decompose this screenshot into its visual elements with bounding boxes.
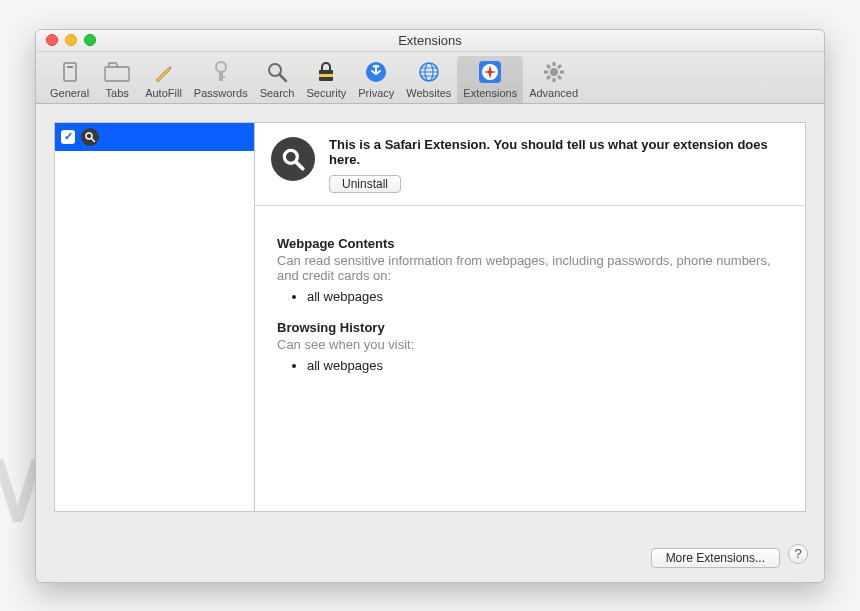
- window-title: Extensions: [36, 33, 824, 48]
- svg-rect-0: [64, 63, 76, 81]
- permissions-section: Webpage Contents Can read sensitive info…: [255, 206, 805, 399]
- extension-icon: [81, 128, 99, 146]
- permission-description: Can read sensitive information from webp…: [277, 253, 783, 283]
- help-button[interactable]: ?: [788, 544, 808, 564]
- permission-title: Browsing History: [277, 320, 783, 335]
- websites-icon: [415, 58, 443, 86]
- tab-security[interactable]: Security: [300, 56, 352, 103]
- svg-line-7: [280, 75, 286, 81]
- permission-title: Webpage Contents: [277, 236, 783, 251]
- tab-autofill[interactable]: AutoFill: [139, 56, 188, 103]
- tabs-icon: [103, 58, 131, 86]
- passwords-icon: [207, 58, 235, 86]
- tab-label: Tabs: [106, 87, 129, 99]
- tab-label: General: [50, 87, 89, 99]
- permission-item: all webpages: [307, 289, 783, 304]
- tab-label: Search: [260, 87, 295, 99]
- tab-label: Security: [306, 87, 346, 99]
- extensions-icon: [476, 58, 504, 86]
- svg-line-25: [558, 76, 561, 79]
- window-footer: More Extensions... ?: [36, 530, 824, 582]
- uninstall-button[interactable]: Uninstall: [329, 175, 401, 193]
- tab-privacy[interactable]: Privacy: [352, 56, 400, 103]
- svg-point-3: [216, 62, 226, 72]
- tab-label: Websites: [406, 87, 451, 99]
- tab-websites[interactable]: Websites: [400, 56, 457, 103]
- tab-tabs[interactable]: Tabs: [95, 56, 139, 103]
- tab-advanced[interactable]: Advanced: [523, 56, 584, 103]
- svg-line-26: [547, 76, 550, 79]
- permission-description: Can see when you visit:: [277, 337, 783, 352]
- tab-extensions[interactable]: Extensions: [457, 56, 523, 103]
- search-icon: [263, 58, 291, 86]
- extension-list-item[interactable]: ✓: [55, 123, 254, 151]
- advanced-icon: [540, 58, 568, 86]
- svg-rect-2: [105, 67, 129, 81]
- autofill-icon: [149, 58, 177, 86]
- security-icon: [312, 58, 340, 86]
- tab-search[interactable]: Search: [254, 56, 301, 103]
- svg-line-31: [296, 162, 303, 169]
- extension-description: This is a Safari Extension. You should t…: [329, 137, 789, 167]
- tab-label: Extensions: [463, 87, 517, 99]
- tab-label: Privacy: [358, 87, 394, 99]
- extension-detail: This is a Safari Extension. You should t…: [255, 123, 805, 511]
- svg-line-24: [547, 65, 550, 68]
- extensions-panel: ✓ This is a Safari Extension. You should…: [54, 122, 806, 512]
- titlebar: Extensions: [36, 30, 824, 52]
- svg-line-27: [558, 65, 561, 68]
- extension-large-icon: [271, 137, 315, 181]
- general-icon: [56, 58, 84, 86]
- detail-header: This is a Safari Extension. You should t…: [255, 123, 805, 206]
- svg-line-29: [92, 138, 95, 141]
- svg-rect-1: [67, 66, 73, 68]
- svg-point-19: [550, 68, 558, 76]
- extensions-sidebar: ✓: [55, 123, 255, 511]
- content-area: ✓ This is a Safari Extension. You should…: [36, 104, 824, 530]
- extension-enable-checkbox[interactable]: ✓: [61, 130, 75, 144]
- tab-label: Advanced: [529, 87, 578, 99]
- tab-general[interactable]: General: [44, 56, 95, 103]
- more-extensions-button[interactable]: More Extensions...: [651, 548, 780, 568]
- preferences-toolbar: General Tabs AutoFill Passwords Search: [36, 52, 824, 104]
- tab-passwords[interactable]: Passwords: [188, 56, 254, 103]
- svg-rect-9: [319, 74, 333, 77]
- tab-label: Passwords: [194, 87, 248, 99]
- svg-rect-5: [219, 76, 225, 78]
- preferences-window: Extensions General Tabs AutoFill Passwor…: [35, 29, 825, 583]
- privacy-icon: [362, 58, 390, 86]
- permission-item: all webpages: [307, 358, 783, 373]
- tab-label: AutoFill: [145, 87, 182, 99]
